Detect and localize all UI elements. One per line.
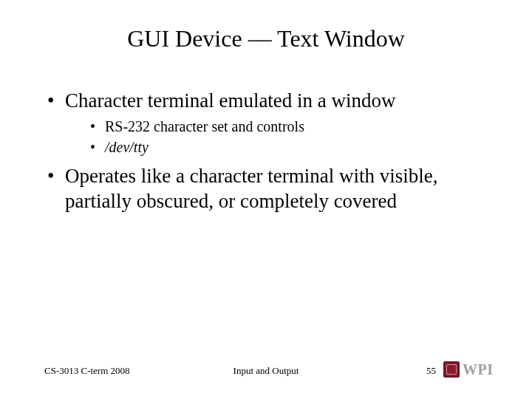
wpi-logo-text: WPI [463, 361, 494, 378]
slide: GUI Device — Text Window Character termi… [0, 0, 532, 399]
footer-page-number: 55 [426, 365, 436, 377]
sub-bullet-list: RS-232 character set and controls /dev/t… [65, 117, 488, 157]
wpi-seal-icon [443, 361, 460, 378]
slide-footer: CS-3013 C-term 2008 Input and Output 55 … [0, 355, 532, 377]
bullet-list: Character terminal emulated in a window … [44, 89, 488, 214]
slide-body: Character terminal emulated in a window … [44, 89, 488, 218]
sub-bullet-text: RS-232 character set and controls [105, 118, 304, 134]
slide-title: GUI Device — Text Window [0, 25, 532, 52]
bullet-text: Operates like a character terminal with … [65, 165, 438, 212]
bullet-item: Character terminal emulated in a window … [44, 89, 488, 157]
sub-bullet-item: /dev/tty [89, 137, 488, 157]
sub-bullet-item: RS-232 character set and controls [89, 117, 488, 136]
wpi-logo: WPI [443, 359, 510, 380]
sub-bullet-text: /dev/tty [105, 139, 149, 155]
bullet-text: Character terminal emulated in a window [65, 89, 396, 112]
bullet-item: Operates like a character terminal with … [44, 164, 488, 214]
